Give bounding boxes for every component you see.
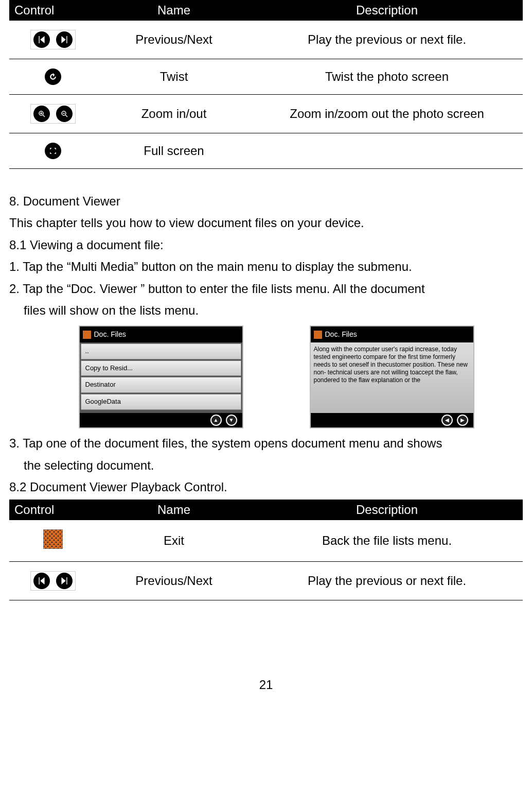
control-name: Twist <box>97 59 251 95</box>
col-control: Control <box>9 0 97 21</box>
doc-files-list-screenshot: Doc. Files .. Copy to Resid... Destinato… <box>79 325 243 428</box>
control-icon-cell <box>9 133 97 169</box>
previous-icon: ◀ <box>441 415 453 426</box>
fullscreen-icon <box>45 143 61 159</box>
control-name: Exit <box>97 520 251 562</box>
zoom-in-icon <box>33 106 50 122</box>
step-3-line1: 3. Tap one of the document files, the sy… <box>9 434 523 453</box>
step-3-line2: the selecting document. <box>9 456 523 475</box>
col-control: Control <box>9 500 97 520</box>
table-header-row: Control Name Description <box>9 500 523 520</box>
control-desc: Back the file lists menu. <box>251 520 523 562</box>
photo-controls-table: Control Name Description Previ <box>9 0 523 169</box>
col-name: Name <box>97 500 251 520</box>
app-icon <box>83 331 91 339</box>
file-list: .. Copy to Resid... Destinator GoogleDat… <box>80 342 242 414</box>
table-row: Exit Back the file lists menu. <box>9 520 523 562</box>
section-heading: 8. Document Viewer <box>9 192 523 211</box>
control-desc <box>251 133 523 169</box>
zoom-icon-group <box>30 104 76 124</box>
control-desc: Play the previous or next file. <box>251 561 523 600</box>
screenshot-row: Doc. Files .. Copy to Resid... Destinato… <box>61 325 492 428</box>
window-footer: ▲ ▼ <box>80 413 242 427</box>
subsection-heading: 8.2 Document Viewer Playback Control. <box>9 477 523 497</box>
control-name: Zoom in/out <box>97 95 251 133</box>
control-desc: Zoom in/zoom out the photo screen <box>251 95 523 133</box>
control-desc: Twist the photo screen <box>251 59 523 95</box>
page-number: 21 <box>9 678 523 692</box>
document-text: Along with the computer user's rapid inc… <box>311 342 473 414</box>
control-name: Full screen <box>97 133 251 169</box>
control-icon-cell <box>9 520 97 562</box>
list-item: .. <box>81 343 241 359</box>
prev-next-icon-group <box>30 30 76 49</box>
previous-icon <box>33 31 50 48</box>
next-icon: ▶ <box>457 415 468 426</box>
col-description: Description <box>251 0 523 21</box>
doc-viewer-controls-table: Control Name Description Exit Back the f… <box>9 500 523 600</box>
section-8: 8. Document Viewer This chapter tells yo… <box>9 192 523 497</box>
col-description: Description <box>251 500 523 520</box>
window-title-bar: Doc. Files <box>80 326 242 342</box>
control-icon-cell <box>9 95 97 133</box>
table-row: Previous/Next Play the previous or next … <box>9 21 523 59</box>
document-page: Control Name Description Previ <box>0 0 532 702</box>
previous-icon <box>33 573 50 589</box>
exit-icon <box>43 529 63 549</box>
window-title-bar: Doc. Files <box>311 326 473 342</box>
control-icon-cell <box>9 21 97 59</box>
table-row: Full screen <box>9 133 523 169</box>
table-header-row: Control Name Description <box>9 0 523 21</box>
next-icon <box>56 573 73 589</box>
up-icon: ▲ <box>210 415 222 426</box>
step-2-line1: 2. Tap the “Doc. Viewer ” button to ente… <box>9 279 523 299</box>
doc-viewer-screenshot: Doc. Files Along with the computer user'… <box>310 325 474 428</box>
list-item: GoogleData <box>81 394 241 410</box>
list-item: Copy to Resid... <box>81 360 241 376</box>
control-icon-cell <box>9 561 97 600</box>
table-row: Zoom in/out Zoom in/zoom out the photo s… <box>9 95 523 133</box>
window-footer: ◀ ▶ <box>311 413 473 427</box>
table-row: Twist Twist the photo screen <box>9 59 523 95</box>
step-1: 1. Tap the “Multi Media” button on the m… <box>9 257 523 277</box>
zoom-out-icon <box>56 106 73 122</box>
control-desc: Play the previous or next file. <box>251 21 523 59</box>
window-title: Doc. Files <box>325 329 357 340</box>
control-name: Previous/Next <box>97 561 251 600</box>
col-name: Name <box>97 0 251 21</box>
control-icon-cell <box>9 59 97 95</box>
down-icon: ▼ <box>226 415 237 426</box>
window-title: Doc. Files <box>94 329 126 340</box>
table-row: Previous/Next Play the previous or next … <box>9 561 523 600</box>
app-icon <box>314 331 322 339</box>
section-intro: This chapter tells you how to view docum… <box>9 213 523 233</box>
prev-next-icon-group <box>30 571 76 591</box>
list-item: Destinator <box>81 377 241 393</box>
next-icon <box>56 31 73 48</box>
subsection-heading: 8.1 Viewing a document file: <box>9 235 523 255</box>
step-2-line2: files will show on the lists menu. <box>9 301 523 320</box>
twist-icon <box>45 68 61 85</box>
control-name: Previous/Next <box>97 21 251 59</box>
